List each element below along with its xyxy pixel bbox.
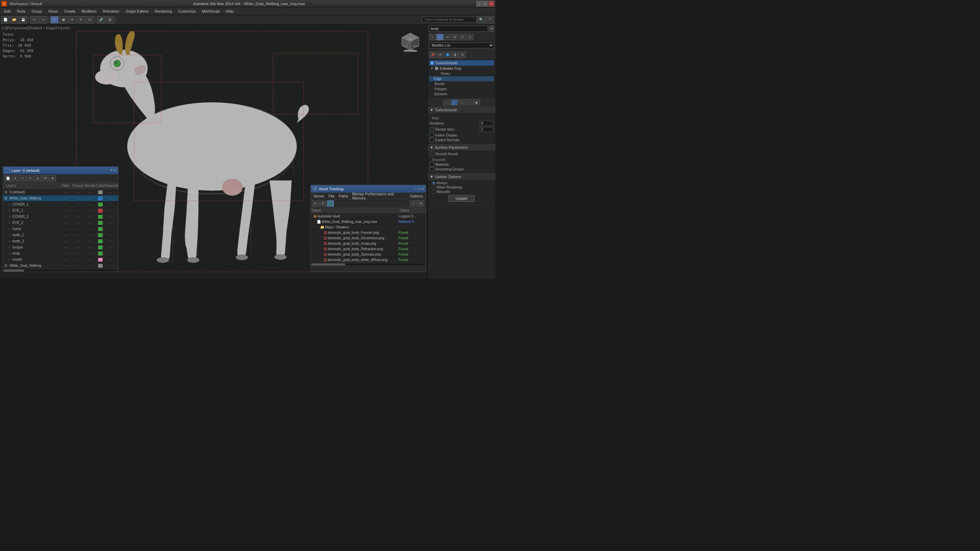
layer-row[interactable]: ☰ White_Goat_Walking — — — — <box>3 263 118 269</box>
make-unique-icon[interactable]: 🔷 <box>444 52 451 58</box>
element-sub-item[interactable]: Element <box>429 92 494 97</box>
layer-row[interactable]: ○ EYE_1 — — — — <box>3 208 118 214</box>
asset-refresh-icon[interactable]: ↻ <box>312 201 319 207</box>
link-button[interactable]: 🔗 <box>97 16 105 24</box>
asset-scroll-track-h[interactable] <box>311 263 425 266</box>
layers-close-button[interactable]: × <box>114 169 116 172</box>
iterations-input[interactable] <box>480 121 493 126</box>
asset-row[interactable]: 🖼 domestic_goat_body_Refraction.png Foun… <box>311 247 426 252</box>
modify-tab-icon[interactable]: ✏ <box>437 34 443 40</box>
scale-button[interactable]: ⊡ <box>86 16 94 24</box>
explicit-normals-checkbox[interactable] <box>430 138 434 142</box>
display-tab-icon[interactable]: D <box>459 34 466 40</box>
layer-color-5[interactable] <box>96 221 105 225</box>
layer-color-3[interactable] <box>96 209 105 213</box>
asset-row[interactable]: 🖼 domestic_goat_body_Fresnel.png Found <box>311 230 426 236</box>
layer-row[interactable]: ○ COVER_1 — — — — <box>3 201 118 208</box>
show-end-result-icon[interactable]: 👁 <box>437 52 443 58</box>
menu-animation[interactable]: Animation <box>100 8 122 14</box>
editable-poly-modifier-item[interactable]: ▼ Editable Poly <box>429 66 494 71</box>
turbosmooth-modifier-item[interactable]: TurboSmooth <box>429 60 494 66</box>
menu-customize[interactable]: Customize <box>176 8 199 14</box>
materials-checkbox[interactable] <box>430 162 434 166</box>
help-button[interactable]: ? <box>486 16 494 24</box>
asset-max-button[interactable]: □ <box>418 187 420 191</box>
asset-min-button[interactable]: − <box>414 187 416 191</box>
layer-color-1[interactable] <box>96 196 105 201</box>
layers-panel-header[interactable]: Layer: 0 (default) ? × <box>3 167 118 174</box>
layer-row[interactable]: ○ COVER_2 — — — — <box>3 214 118 220</box>
edge-sub-item[interactable]: Edge <box>429 76 494 81</box>
turbosmooth-section-header[interactable]: ▼ TurboSmooth <box>428 107 495 113</box>
configure-icon[interactable]: ⚙ <box>459 52 466 58</box>
menu-maxscript[interactable]: MAXScript <box>199 8 223 14</box>
layers-freeze-all-icon[interactable]: ❄ <box>49 175 56 182</box>
new-file-button[interactable]: 📄 <box>2 16 10 24</box>
vertex-sub-item[interactable]: Vertex <box>429 71 494 76</box>
sub-polygon-icon[interactable]: ▪ <box>466 99 473 105</box>
layers-set-current-icon[interactable]: ◎ <box>34 175 41 182</box>
search-button[interactable]: 🔍 <box>477 16 485 24</box>
asset-close-button[interactable]: × <box>422 187 424 191</box>
menu-edit[interactable]: Edit <box>2 8 13 14</box>
smooth-result-checkbox[interactable] <box>430 152 434 156</box>
always-radio[interactable] <box>432 182 435 185</box>
layer-color-10[interactable] <box>96 252 105 256</box>
layer-color-6[interactable] <box>96 227 105 231</box>
rotate-button[interactable]: ↻ <box>77 16 85 24</box>
create-tab-icon[interactable]: + <box>429 34 436 40</box>
layer-color-0[interactable] <box>96 190 105 194</box>
undo-button[interactable]: ↩ <box>30 16 38 24</box>
asset-settings-icon[interactable]: ⚙ <box>417 201 424 207</box>
polygon-sub-item[interactable]: Polygon <box>429 86 494 92</box>
layer-row[interactable]: ☰ White_Goat_Walking — — — — <box>3 195 118 201</box>
select-region-button[interactable]: ▣ <box>59 16 67 24</box>
layer-row[interactable]: ○ mouth — — — — <box>3 256 118 263</box>
layer-row[interactable]: ○ horns — — — — <box>3 226 118 232</box>
layer-row[interactable]: ○ tongue — — — — <box>3 244 118 250</box>
layers-scroll-thumb[interactable] <box>4 269 24 272</box>
layer-row[interactable]: ☰ 0 (default) — — — — <box>3 189 118 195</box>
layer-color-12[interactable] <box>96 264 105 268</box>
layers-question-button[interactable]: ? <box>110 169 112 172</box>
asset-row[interactable]: 🖼 domestic_goat_body_white_diffuse.png F… <box>311 257 426 263</box>
close-button[interactable]: × <box>488 1 494 6</box>
modifier-list-dropdown[interactable]: Modifier List <box>429 43 494 48</box>
layer-color-8[interactable] <box>96 239 105 243</box>
layer-color-4[interactable] <box>96 215 105 219</box>
surface-params-header[interactable]: ▼ Surface Parameters <box>428 144 495 150</box>
border-sub-item[interactable]: Border <box>429 81 494 86</box>
update-button[interactable]: Update <box>449 195 475 202</box>
asset-scrollbar[interactable] <box>311 263 426 266</box>
manually-radio[interactable] <box>432 190 435 194</box>
asset-row[interactable]: 🏛 Autodesk Vault Logged O... <box>311 214 426 219</box>
asset-row[interactable]: 🖼 domestic_goat_body_Specular.png Found <box>311 252 426 257</box>
asset-help-icon[interactable]: ? <box>410 201 417 207</box>
pin-stack-icon[interactable]: 📌 <box>429 52 436 58</box>
menu-modifiers[interactable]: Modifiers <box>79 8 99 14</box>
maximize-button[interactable]: □ <box>482 1 488 6</box>
layer-row[interactable]: ○ EYE_2 — — — — <box>3 220 118 226</box>
menu-rendering[interactable]: Rendering <box>152 8 175 14</box>
navigation-cube[interactable]: TOP LEFT FRONT <box>400 31 421 52</box>
asset-row[interactable]: 🖼 domestic_goat_body_Glossiness.png Foun… <box>311 236 426 241</box>
search-input[interactable] <box>422 17 476 22</box>
hierarchy-tab-icon[interactable]: H <box>444 34 451 40</box>
layers-hide-all-icon[interactable]: 👁 <box>42 175 49 182</box>
motion-tab-icon[interactable]: M <box>452 34 458 40</box>
minimize-button[interactable]: − <box>476 1 482 6</box>
asset-tree-view-icon[interactable]: 🌲 <box>327 201 334 207</box>
asset-row[interactable]: 🖼 domestic_goat_body_nmap.png Found <box>311 241 426 247</box>
layer-color-2[interactable] <box>96 202 105 207</box>
sub-edge-icon[interactable]: — <box>451 99 458 105</box>
asset-menu-bitmap-performance[interactable]: Bitmap Performance and Memory <box>351 192 407 201</box>
layers-select-icon[interactable]: ↖ <box>27 175 34 182</box>
redo-button[interactable]: ↪ <box>39 16 47 24</box>
menu-group[interactable]: Group <box>29 8 45 14</box>
layers-scroll-track[interactable] <box>4 269 118 272</box>
menu-graph-editors[interactable]: Graph Editors <box>123 8 151 14</box>
layers-delete-icon[interactable]: ✕ <box>12 175 19 182</box>
menu-help[interactable]: Help <box>223 8 237 14</box>
asset-row[interactable]: 📁 Maps / Shaders <box>311 225 426 230</box>
asset-menu-file[interactable]: File <box>327 194 336 198</box>
